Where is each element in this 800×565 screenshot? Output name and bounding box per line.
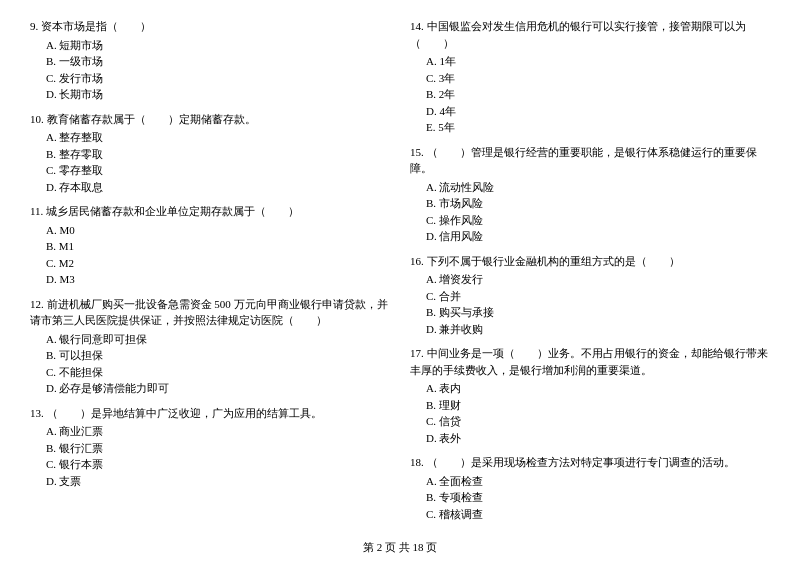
option: A. 短期市场	[30, 37, 390, 54]
question-title: 16. 下列不属于银行业金融机构的重组方式的是（ ）	[410, 253, 770, 270]
option: C. 3年	[410, 70, 770, 87]
option: A. 表内	[410, 380, 770, 397]
question-block: 13. （ ）是异地结算中广泛收迎，广为应用的结算工具。A. 商业汇票B. 银行…	[30, 405, 390, 490]
question-block: 10. 教育储蓄存款属于（ ）定期储蓄存款。A. 整存整取B. 整存零取C. 零…	[30, 111, 390, 196]
option: A. 整存整取	[30, 129, 390, 146]
columns: 9. 资本市场是指（ ）A. 短期市场B. 一级市场C. 发行市场D. 长期市场…	[30, 18, 770, 530]
question-title: 10. 教育储蓄存款属于（ ）定期储蓄存款。	[30, 111, 390, 128]
option: B. 可以担保	[30, 347, 390, 364]
question-title: 12. 前进机械厂购买一批设备急需资金 500 万元向甲商业银行申请贷款，并请市…	[30, 296, 390, 329]
option: C. 操作风险	[410, 212, 770, 229]
question-block: 12. 前进机械厂购买一批设备急需资金 500 万元向甲商业银行申请贷款，并请市…	[30, 296, 390, 397]
question-block: 14. 中国银监会对发生信用危机的银行可以实行接管，接管期限可以为（ ）A. 1…	[410, 18, 770, 136]
question-title: 11. 城乡居民储蓄存款和企业单位定期存款属于（ ）	[30, 203, 390, 220]
question-title: 9. 资本市场是指（ ）	[30, 18, 390, 35]
right-column: 14. 中国银监会对发生信用危机的银行可以实行接管，接管期限可以为（ ）A. 1…	[400, 18, 770, 530]
option: B. 购买与承接	[410, 304, 770, 321]
option: C. 稽核调查	[410, 506, 770, 523]
option: D. 必存是够清偿能力即可	[30, 380, 390, 397]
option: C. 合并	[410, 288, 770, 305]
option: B. 一级市场	[30, 53, 390, 70]
left-column: 9. 资本市场是指（ ）A. 短期市场B. 一级市场C. 发行市场D. 长期市场…	[30, 18, 400, 530]
question-block: 17. 中间业务是一项（ ）业务。不用占用银行的资金，却能给银行带来丰厚的手续费…	[410, 345, 770, 446]
option: C. 信贷	[410, 413, 770, 430]
option: C. 零存整取	[30, 162, 390, 179]
option: D. 表外	[410, 430, 770, 447]
option: D. M3	[30, 271, 390, 288]
question-title: 18. （ ）是采用现场检查方法对特定事项进行专门调查的活动。	[410, 454, 770, 471]
option: C. 银行本票	[30, 456, 390, 473]
option: D. 4年	[410, 103, 770, 120]
question-block: 18. （ ）是采用现场检查方法对特定事项进行专门调查的活动。A. 全面检查B.…	[410, 454, 770, 522]
option: C. 不能担保	[30, 364, 390, 381]
option: A. M0	[30, 222, 390, 239]
option: E. 5年	[410, 119, 770, 136]
question-title: 15. （ ）管理是银行经营的重要职能，是银行体系稳健运行的重要保障。	[410, 144, 770, 177]
option: C. M2	[30, 255, 390, 272]
page-footer: 第 2 页 共 18 页	[30, 540, 770, 555]
option: A. 全面检查	[410, 473, 770, 490]
option: B. 2年	[410, 86, 770, 103]
question-block: 11. 城乡居民储蓄存款和企业单位定期存款属于（ ）A. M0B. M1C. M…	[30, 203, 390, 288]
option: B. 理财	[410, 397, 770, 414]
question-title: 13. （ ）是异地结算中广泛收迎，广为应用的结算工具。	[30, 405, 390, 422]
question-title: 14. 中国银监会对发生信用危机的银行可以实行接管，接管期限可以为（ ）	[410, 18, 770, 51]
question-block: 16. 下列不属于银行业金融机构的重组方式的是（ ）A. 增资发行C. 合并B.…	[410, 253, 770, 338]
option: A. 商业汇票	[30, 423, 390, 440]
question-block: 15. （ ）管理是银行经营的重要职能，是银行体系稳健运行的重要保障。A. 流动…	[410, 144, 770, 245]
page: 9. 资本市场是指（ ）A. 短期市场B. 一级市场C. 发行市场D. 长期市场…	[30, 18, 770, 555]
option: D. 信用风险	[410, 228, 770, 245]
option: D. 存本取息	[30, 179, 390, 196]
option: A. 1年	[410, 53, 770, 70]
option: A. 增资发行	[410, 271, 770, 288]
option: B. 银行汇票	[30, 440, 390, 457]
option: A. 流动性风险	[410, 179, 770, 196]
option: B. 专项检查	[410, 489, 770, 506]
option: A. 银行同意即可担保	[30, 331, 390, 348]
option: D. 兼并收购	[410, 321, 770, 338]
option: B. M1	[30, 238, 390, 255]
option: B. 市场风险	[410, 195, 770, 212]
question-block: 9. 资本市场是指（ ）A. 短期市场B. 一级市场C. 发行市场D. 长期市场	[30, 18, 390, 103]
option: C. 发行市场	[30, 70, 390, 87]
question-title: 17. 中间业务是一项（ ）业务。不用占用银行的资金，却能给银行带来丰厚的手续费…	[410, 345, 770, 378]
option: D. 长期市场	[30, 86, 390, 103]
option: D. 支票	[30, 473, 390, 490]
option: B. 整存零取	[30, 146, 390, 163]
